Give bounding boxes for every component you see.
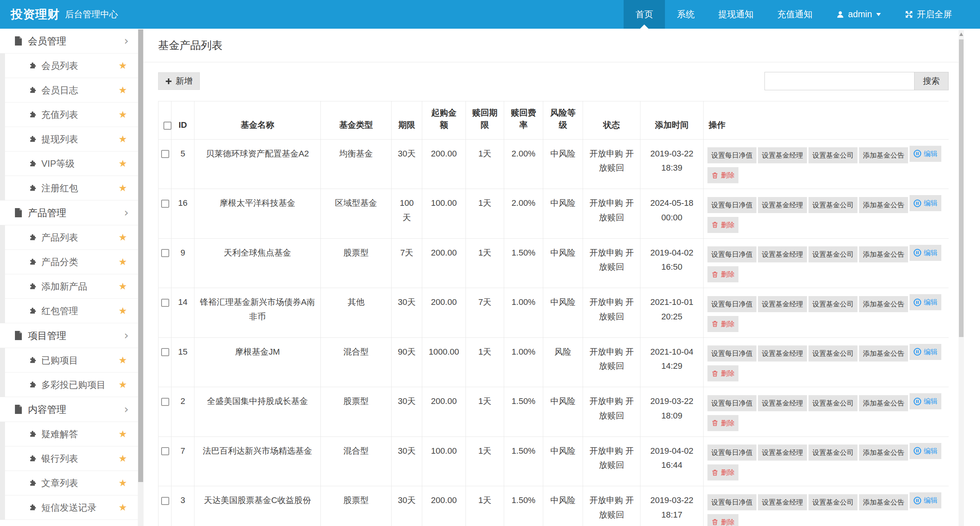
set-fund-company-button[interactable]: 设置基金公司 (808, 197, 858, 213)
sidebar-scrollbar[interactable] (138, 29, 144, 526)
set-fund-company-button[interactable]: 设置基金公司 (808, 395, 858, 411)
sidebar-item-1-2[interactable]: 添加新产品★ (5, 274, 138, 299)
delete-button[interactable]: 删除 (707, 365, 738, 381)
nav-item-user[interactable]: admin (824, 0, 893, 29)
edit-button[interactable]: 编辑 (910, 443, 941, 459)
sidebar-item-3-0[interactable]: 疑难解答★ (5, 422, 138, 446)
set-fund-manager-button[interactable]: 设置基金经理 (758, 445, 807, 461)
sidebar: 会员管理›会员列表★会员日志★充值列表★提现列表★VIP等级★注册红包★产品管理… (0, 29, 138, 526)
add-fund-notice-button[interactable]: 添加基金公告 (859, 395, 908, 411)
sidebar-item-3-3[interactable]: 短信发送记录★ (5, 495, 138, 520)
select-all-checkbox[interactable] (163, 122, 172, 130)
set-daily-net-value-button[interactable]: 设置每日净值 (707, 494, 756, 510)
sidebar-item-0-2[interactable]: 充值列表★ (5, 103, 138, 127)
add-fund-notice-button[interactable]: 添加基金公告 (859, 345, 908, 362)
sidebar-item-1-3[interactable]: 红包管理★ (5, 299, 138, 323)
set-daily-net-value-button[interactable]: 设置每日净值 (707, 147, 756, 163)
set-daily-net-value-button[interactable]: 设置每日净值 (707, 197, 756, 213)
set-fund-company-button[interactable]: 设置基金公司 (808, 494, 858, 510)
puzzle-icon (29, 430, 36, 438)
set-fund-company-button[interactable]: 设置基金公司 (808, 445, 858, 461)
delete-button[interactable]: 删除 (707, 316, 738, 332)
puzzle-icon (29, 258, 36, 266)
set-fund-manager-button[interactable]: 设置基金经理 (758, 296, 807, 312)
add-fund-notice-button[interactable]: 添加基金公告 (859, 494, 908, 510)
set-daily-net-value-button[interactable]: 设置每日净值 (707, 395, 756, 411)
add-fund-notice-button[interactable]: 添加基金公告 (859, 197, 908, 213)
cell-fee: 2.00% (504, 139, 543, 189)
delete-button[interactable]: 删除 (707, 217, 738, 233)
set-fund-company-button[interactable]: 设置基金公司 (808, 345, 858, 362)
row-checkbox[interactable] (161, 200, 169, 208)
set-fund-manager-button[interactable]: 设置基金经理 (758, 494, 807, 510)
sidebar-item-1-1[interactable]: 产品分类★ (5, 250, 138, 274)
row-checkbox[interactable] (161, 348, 169, 356)
nav-item-0[interactable]: 首页 (624, 0, 665, 29)
column-header-0: ID (172, 101, 194, 140)
plus-icon (165, 78, 172, 85)
edit-button[interactable]: 编辑 (910, 146, 941, 162)
sidebar-item-2-1[interactable]: 多彩投已购项目★ (5, 373, 138, 397)
sidebar-item-0-4[interactable]: VIP等级★ (5, 151, 138, 176)
sidebar-group-0[interactable]: 会员管理› (0, 29, 138, 53)
sidebar-item-2-0[interactable]: 已购项目★ (5, 348, 138, 373)
delete-button[interactable]: 删除 (707, 167, 738, 183)
set-daily-net-value-button[interactable]: 设置每日净值 (707, 246, 756, 262)
sidebar-group-1[interactable]: 产品管理› (0, 200, 138, 225)
search-input[interactable] (764, 72, 915, 90)
column-header-6: 赎回费率 (504, 101, 543, 140)
set-daily-net-value-button[interactable]: 设置每日净值 (707, 345, 756, 362)
set-fund-manager-button[interactable]: 设置基金经理 (758, 246, 807, 262)
add-fund-notice-button[interactable]: 添加基金公告 (859, 445, 908, 461)
delete-button[interactable]: 删除 (707, 464, 738, 480)
edit-button[interactable]: 编辑 (910, 195, 941, 211)
sidebar-item-0-0[interactable]: 会员列表★ (5, 54, 138, 78)
edit-button[interactable]: 编辑 (910, 245, 941, 261)
row-checkbox[interactable] (161, 398, 169, 406)
delete-button[interactable]: 删除 (707, 266, 738, 282)
content-scrollbar-thumb[interactable] (959, 39, 964, 337)
delete-button[interactable]: 删除 (707, 415, 738, 431)
set-fund-manager-button[interactable]: 设置基金经理 (758, 147, 807, 163)
row-checkbox[interactable] (161, 299, 169, 307)
set-fund-company-button[interactable]: 设置基金公司 (808, 246, 858, 262)
nav-item-fullscreen[interactable]: 开启全屏 (893, 0, 964, 29)
search-button[interactable]: 搜索 (915, 72, 949, 90)
row-checkbox[interactable] (161, 497, 169, 505)
add-button[interactable]: 新增 (158, 72, 200, 90)
sidebar-group-label: 会员管理 (28, 35, 66, 47)
set-fund-company-button[interactable]: 设置基金公司 (808, 296, 858, 312)
sidebar-item-0-3[interactable]: 提现列表★ (5, 127, 138, 151)
sidebar-scrollbar-thumb[interactable] (138, 29, 143, 482)
row-checkbox[interactable] (161, 150, 169, 158)
edit-button[interactable]: 编辑 (910, 344, 941, 360)
add-fund-notice-button[interactable]: 添加基金公告 (859, 147, 908, 163)
sidebar-group-2[interactable]: 项目管理› (0, 323, 138, 348)
nav-item-3[interactable]: 充值通知 (765, 0, 824, 29)
set-daily-net-value-button[interactable]: 设置每日净值 (707, 445, 756, 461)
edit-button[interactable]: 编辑 (910, 294, 941, 310)
sidebar-item-0-5[interactable]: 注册红包★ (5, 176, 138, 200)
edit-button[interactable]: 编辑 (910, 393, 941, 409)
delete-button[interactable]: 删除 (707, 514, 738, 526)
set-fund-manager-button[interactable]: 设置基金经理 (758, 395, 807, 411)
row-checkbox[interactable] (161, 249, 169, 257)
set-fund-manager-button[interactable]: 设置基金经理 (758, 197, 807, 213)
edit-button[interactable]: 编辑 (910, 492, 941, 508)
sidebar-item-0-1[interactable]: 会员日志★ (5, 78, 138, 103)
add-fund-notice-button[interactable]: 添加基金公告 (859, 246, 908, 262)
nav-item-1[interactable]: 系统 (665, 0, 706, 29)
nav-item-2[interactable]: 提现通知 (706, 0, 765, 29)
sidebar-item-3-1[interactable]: 银行列表★ (5, 446, 138, 471)
sidebar-group-3[interactable]: 内容管理› (0, 397, 138, 422)
scroll-up-arrow-icon[interactable] (959, 33, 963, 36)
sidebar-group-label: 产品管理 (28, 207, 66, 219)
content-scrollbar[interactable] (959, 30, 964, 526)
row-checkbox[interactable] (161, 447, 169, 455)
sidebar-item-1-0[interactable]: 产品列表★ (5, 225, 138, 250)
set-fund-manager-button[interactable]: 设置基金经理 (758, 345, 807, 362)
add-fund-notice-button[interactable]: 添加基金公告 (859, 296, 908, 312)
sidebar-item-3-2[interactable]: 文章列表★ (5, 471, 138, 495)
set-fund-company-button[interactable]: 设置基金公司 (808, 147, 858, 163)
set-daily-net-value-button[interactable]: 设置每日净值 (707, 296, 756, 312)
